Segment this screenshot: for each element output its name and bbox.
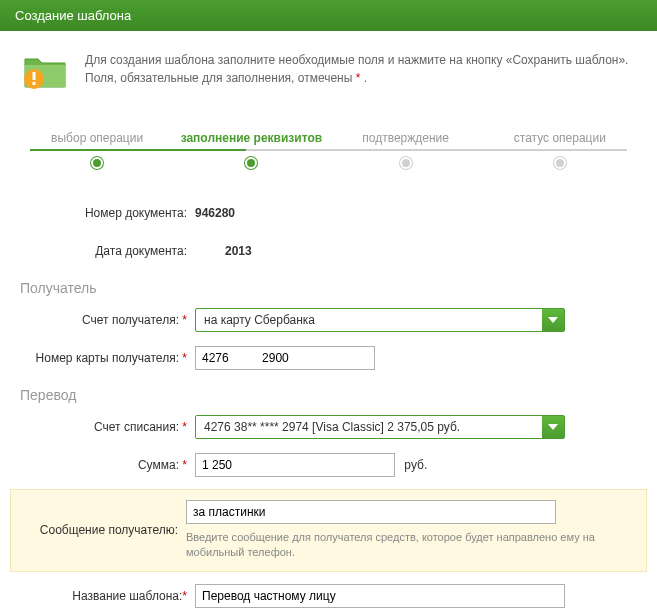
intro-text: Для создания шаблона заполните необходим… [85, 51, 637, 87]
recipient-section: Получатель [20, 280, 637, 296]
message-hint: Введите сообщение для получателя средств… [186, 530, 606, 561]
template-name-label: Название шаблона:* [20, 589, 195, 603]
message-label: Сообщение получателю: [11, 523, 186, 537]
transfer-section: Перевод [20, 387, 637, 403]
svg-rect-2 [33, 82, 36, 85]
doc-number-label: Номер документа: [20, 206, 195, 220]
wizard-steps: выбор операции заполнение реквизитов под… [20, 131, 637, 169]
page-title: Создание шаблона [0, 0, 657, 31]
message-input[interactable] [186, 500, 556, 524]
step-4: статус операции [483, 131, 637, 169]
amount-label: Сумма: * [20, 458, 195, 472]
doc-date-label: Дата документа: [20, 244, 195, 258]
card-number-input[interactable] [195, 346, 375, 370]
debit-account-label: Счет списания: * [20, 420, 195, 434]
doc-date-value: 2013 [195, 244, 637, 258]
chevron-down-icon [542, 416, 564, 438]
step-2: заполнение реквизитов [174, 131, 328, 169]
chevron-down-icon [542, 309, 564, 331]
doc-number-value: 946280 [195, 206, 637, 220]
amount-input[interactable] [195, 453, 395, 477]
svg-rect-1 [33, 72, 36, 80]
template-name-input[interactable] [195, 584, 565, 608]
folder-warning-icon [20, 51, 70, 91]
step-1: выбор операции [20, 131, 174, 169]
debit-account-select[interactable]: 4276 38** **** 2974 [Visa Classic] 2 375… [195, 415, 565, 439]
recipient-account-label: Счет получателя: * [20, 313, 195, 327]
amount-unit: руб. [404, 458, 427, 472]
recipient-account-select[interactable]: на карту Сбербанка [195, 308, 565, 332]
step-3: подтверждение [329, 131, 483, 169]
card-number-label: Номер карты получателя: * [20, 351, 195, 365]
